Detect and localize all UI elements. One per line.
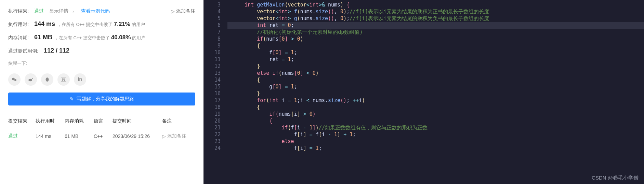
svg-point-3 [46,77,49,82]
add-note-button[interactable]: ▷ 添加备注 [171,8,195,14]
th-time: 执行用时 [36,118,65,124]
write-solution-button[interactable]: ✎ 写题解，分享我的解题思路 [8,93,195,105]
memory-label: 内存消耗: [8,35,29,41]
code-line[interactable]: f[0] = 1; [227,49,644,56]
share-label: 炫耀一下: [8,60,27,67]
result-panel: 执行结果: 通过 显示详情 › 查看示例代码 ▷ 添加备注 执行用时: 144 … [0,0,203,184]
submissions-table: 提交结果 执行用时 内存消耗 语言 提交时间 备注 通过 144 ms 61 M… [0,111,203,143]
runtime-text2: 的用户 [132,22,145,28]
code-line[interactable]: { [227,117,644,124]
code-line[interactable]: //初始化(初始化第一个元素对应的dp数组值) [227,29,644,36]
code-line[interactable]: } [227,90,644,97]
code-line[interactable]: { [227,104,644,111]
th-lang: 语言 [94,118,113,124]
douban-icon[interactable]: 豆 [57,73,70,86]
th-result: 提交结果 [8,118,36,124]
code-line[interactable]: else [227,138,644,145]
code-line[interactable]: f[i] = 1; [227,145,644,152]
memory-row: 内存消耗: 61 MB ，在所有 C++ 提交中击败了 40.08% 的用户 [8,34,195,41]
code-line[interactable]: ret = 1; [227,56,644,63]
code-line[interactable]: if(nums[i] > 0) [227,111,644,117]
linkedin-icon[interactable]: in [74,73,86,86]
th-note: 备注 [162,118,195,124]
memory-pct: 40.08% [111,34,131,41]
status-badge: 通过 [34,8,44,14]
weibo-icon[interactable] [25,73,37,86]
code-line[interactable]: vector<int> g(nums.size(), 0);//f[i]表示以i… [227,15,644,22]
wechat-icon[interactable] [8,73,21,86]
result-label: 执行结果: [8,8,29,14]
code-line[interactable]: f[i] = f[i - 1] + 1; [227,131,644,138]
code-line[interactable]: if(nums[0] > 0) [227,36,644,42]
sample-code-link[interactable]: 查看示例代码 [81,8,110,14]
svg-point-1 [14,79,16,81]
flag-icon: ▷ [171,9,175,14]
chevron-right-icon: › [73,9,74,14]
add-note-label: 添加备注 [176,8,195,14]
result-card: 执行结果: 通过 显示详情 › 查看示例代码 ▷ 添加备注 执行用时: 144 … [0,0,203,111]
line-gutter: 3456789101112131415161718192021222324 [203,0,227,184]
result-header-row: 执行结果: 通过 显示详情 › 查看示例代码 ▷ 添加备注 [8,8,195,14]
td-note-label: 添加备注 [167,133,186,139]
testcases-label: 通过测试用例: [8,48,38,54]
td-result: 通过 [8,133,36,139]
svg-point-2 [28,79,32,82]
write-solution-label: 写题解，分享我的解题思路 [77,96,134,102]
code-line[interactable]: int getMaxLen(vector<int>& nums) { [227,1,644,8]
td-date: 2023/06/29 15:26 [113,133,162,139]
pencil-icon: ✎ [70,96,74,102]
share-row: 炫耀一下: [8,60,195,67]
code-line[interactable]: if(f[i - 1])//如果正数数组有值，则它与正数的乘积为正数 [227,124,644,131]
show-detail-link[interactable]: 显示详情 [49,8,68,14]
code-line[interactable]: int ret = 0; [227,22,644,29]
th-date: 提交时间 [113,118,162,124]
td-note[interactable]: ▷ 添加备注 [162,133,195,139]
code-line[interactable]: for(int i = 1;i < nums.size(); ++i) [227,97,644,104]
th-mem: 内存消耗 [65,118,94,124]
code-line[interactable]: g[0] = 1; [227,83,644,90]
code-line[interactable]: { [227,42,644,49]
flag-icon: ▷ [162,133,166,139]
code-area[interactable]: int getMaxLen(vector<int>& nums) { vecto… [227,0,644,184]
code-line[interactable]: else if(nums[0] < 0) [227,70,644,76]
watermark: CSDN @卷毛小学僧 [592,174,639,181]
runtime-pct: 7.21% [114,21,130,28]
runtime-row: 执行用时: 144 ms ，在所有 C++ 提交中击败了 7.21% 的用户 [8,20,195,28]
table-header: 提交结果 执行用时 内存消耗 语言 提交时间 备注 [8,118,195,130]
testcases-row: 通过测试用例: 112 / 112 [8,47,195,54]
table-row[interactable]: 通过 144 ms 61 MB C++ 2023/06/29 15:26 ▷ 添… [8,130,195,143]
memory-text1: ，在所有 C++ 提交中击败了 [54,35,110,41]
runtime-label: 执行用时: [8,22,29,28]
code-line[interactable]: } [227,63,644,70]
td-lang: C++ [94,133,113,139]
svg-point-0 [12,78,15,81]
td-mem: 61 MB [65,133,94,139]
share-icons-row: 豆 in [8,73,195,86]
testcases-value: 112 / 112 [44,47,69,54]
memory-text2: 的用户 [132,35,145,41]
qq-icon[interactable] [41,73,53,86]
code-editor[interactable]: 3456789101112131415161718192021222324 in… [203,0,644,184]
memory-value: 61 MB [34,34,52,41]
runtime-value: 144 ms [34,20,55,28]
code-line[interactable]: { [227,76,644,83]
td-time: 144 ms [36,133,65,139]
runtime-text1: ，在所有 C++ 提交中击败了 [57,22,113,28]
code-line[interactable]: vector<int> f(nums.size(), 0);//f[i]表示以i… [227,8,644,15]
